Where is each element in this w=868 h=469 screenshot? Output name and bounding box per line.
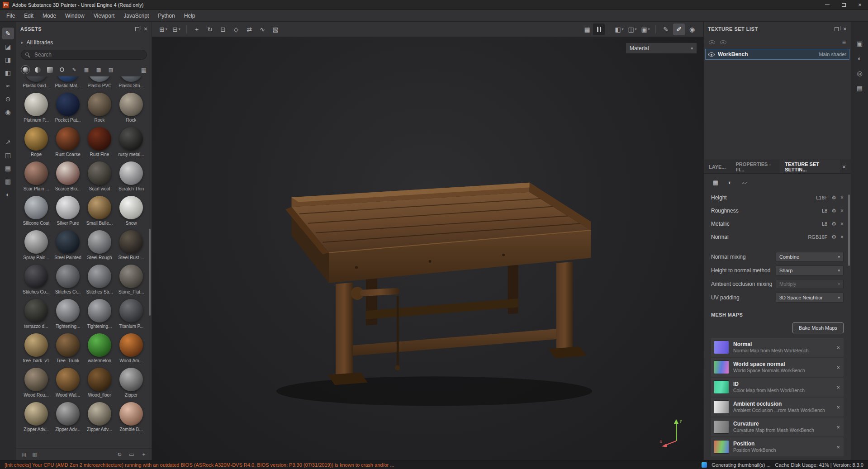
mesh-map-row[interactable]: World space normal World Space Normals W… (711, 358, 844, 377)
menu-item[interactable]: Mode (38, 10, 61, 21)
viewport-layout-icon[interactable]: ⊞ ▾ (157, 24, 169, 35)
channel-settings-gear-icon[interactable]: ⚙ (831, 195, 836, 200)
asset-item[interactable]: Rope (20, 124, 52, 159)
asset-item[interactable]: Small Bulle... (84, 193, 115, 227)
channels-icon[interactable]: ▦ (711, 178, 720, 187)
settings-scrollbar[interactable] (848, 194, 850, 266)
setting-dropdown[interactable]: Combine ▾ (776, 252, 844, 262)
menu-item[interactable]: Window (61, 10, 89, 21)
asset-item[interactable]: Wood Am... (115, 331, 147, 365)
asset-item[interactable]: Zipper (115, 365, 147, 399)
view-material-icon[interactable]: ◫ ▾ (626, 24, 638, 35)
asset-item[interactable]: tree_bark_v1 (20, 331, 52, 365)
search-input[interactable] (33, 51, 142, 58)
close-panel-icon[interactable]: × (144, 26, 147, 32)
shader-mode-dropdown[interactable]: Material ▾ (626, 43, 697, 54)
asset-item[interactable]: Steel Rough (84, 227, 115, 262)
asset-item[interactable]: Rust Fine (84, 124, 115, 159)
list-view-icon[interactable]: ▤ (20, 451, 28, 458)
shader-settings-icon[interactable]: ◐ (854, 53, 865, 64)
grid-view-icon[interactable]: ▦ (141, 66, 147, 73)
mesh-map-remove-icon[interactable]: × (836, 384, 840, 391)
close-tab-icon[interactable]: × (840, 163, 848, 171)
view-render-icon[interactable]: ▣ ▾ (640, 24, 651, 35)
move-icon[interactable]: + ▾ (191, 24, 203, 35)
community-assets-icon[interactable]: ◫ (2, 149, 14, 161)
asset-item[interactable]: Zipper Adv... (52, 399, 84, 434)
minimize-button[interactable] (819, 0, 835, 9)
menu-item[interactable]: JavaScript (119, 10, 153, 21)
textures-icon[interactable]: ▤ (2, 162, 14, 174)
asset-item[interactable]: Zipper Adv... (20, 399, 52, 434)
display-settings-icon[interactable]: ▣ (854, 38, 865, 49)
asset-item[interactable]: Tightening... (84, 296, 115, 331)
close-panel-icon[interactable]: × (843, 26, 847, 32)
asset-item[interactable]: watermelon (84, 331, 115, 365)
undock-panel-icon[interactable] (835, 27, 839, 31)
mesh-map-row[interactable]: Position Position WorkBench × (711, 437, 844, 456)
add-asset-icon[interactable]: + (140, 451, 147, 458)
texture-set-row[interactable]: WorkBench Main shader (705, 49, 849, 60)
asset-item[interactable]: Scar Plain ... (20, 159, 52, 193)
rotate-icon[interactable]: ↻ ▾ (204, 24, 216, 35)
menu-item[interactable]: Python (153, 10, 179, 21)
channel-remove-icon[interactable]: × (840, 208, 844, 213)
filter-smart-masks-icon[interactable] (46, 66, 54, 74)
asset-item[interactable]: Scarce Blo... (52, 159, 84, 193)
texture-set-menu-icon[interactable]: ≡ (842, 38, 846, 46)
asset-item[interactable]: Pocket Pat... (52, 90, 84, 124)
filter-textures-icon[interactable]: ▩ (95, 66, 103, 74)
setting-dropdown[interactable]: Multiply ▾ (776, 279, 844, 289)
mesh-map-remove-icon[interactable]: × (836, 444, 840, 450)
asset-item[interactable]: Plastic Mat... (52, 76, 84, 90)
asset-item[interactable]: Snow (115, 193, 147, 227)
asset-item[interactable]: Wood_floor (84, 365, 115, 399)
clone-tool-icon[interactable]: ⊙ (2, 93, 14, 105)
asset-item[interactable]: terrazzo d... (20, 296, 52, 331)
camera-settings-icon[interactable]: ◎ (854, 68, 865, 79)
camera-perspective-icon[interactable]: ▦ (581, 24, 593, 35)
panel-tab[interactable]: PROPERTIES - FI... (731, 160, 780, 173)
material-picker-tool-icon[interactable]: ◉ (2, 106, 14, 118)
asset-item[interactable]: Tree_Trunk (52, 331, 84, 365)
channel-remove-icon[interactable]: × (840, 221, 844, 227)
refresh-assets-icon[interactable]: ↻ (116, 451, 123, 458)
texture-set-visibility-icon[interactable] (708, 52, 715, 57)
scale-icon[interactable]: ⊡ ▾ (217, 24, 229, 35)
toggle-all-visibility-icon[interactable] (709, 40, 715, 44)
asset-item[interactable]: Silicone Coat (20, 193, 52, 227)
mesh-map-remove-icon[interactable]: × (836, 364, 840, 371)
library-selector[interactable]: ▸ All libraries (16, 36, 152, 49)
filter-materials-icon[interactable] (21, 66, 29, 74)
menu-item[interactable]: Edit (19, 10, 38, 21)
close-button[interactable]: × (852, 0, 868, 9)
menu-item[interactable]: Help (180, 10, 200, 21)
mesh-map-row[interactable]: ID Color Map from Mesh WorkBench × (711, 378, 844, 397)
mesh-map-remove-icon[interactable]: × (836, 344, 840, 351)
channel-settings-gear-icon[interactable]: ⚙ (831, 234, 836, 240)
panel-tab[interactable]: LAYE... (704, 160, 731, 173)
asset-item[interactable]: Scratch Thin (115, 159, 147, 193)
navigation-gizmo[interactable]: y x (659, 416, 692, 448)
frame-view-icon[interactable]: ▭ (128, 451, 135, 458)
mesh-map-remove-icon[interactable]: × (836, 424, 840, 431)
pen-icon[interactable]: ✎ ▾ (660, 24, 672, 35)
asset-item[interactable]: Stitches Str... (84, 262, 115, 296)
log-icon[interactable]: ▤ (854, 83, 865, 94)
asset-item[interactable]: Plastic PVC (84, 76, 115, 90)
asset-item[interactable]: rusty metal... (115, 124, 147, 159)
asset-item[interactable]: Steel Rust ... (115, 227, 147, 262)
asset-item[interactable]: Spray Pain... (20, 227, 52, 262)
geometry-mask-icon[interactable]: ◇ ▾ (230, 24, 242, 35)
view-solo-icon[interactable]: ◧ ▾ (613, 24, 625, 35)
mesh-map-row[interactable]: Normal Normal Map from Mesh WorkBench × (711, 338, 844, 357)
capture-icon[interactable]: ◉ ▾ (686, 24, 698, 35)
paint-tool-icon[interactable]: ✎ (2, 28, 14, 39)
menu-item[interactable]: File (2, 10, 19, 21)
lazy-mouse-icon[interactable]: ∿ ▾ (256, 24, 268, 35)
setting-dropdown[interactable]: Sharp ▾ (776, 265, 844, 275)
projection-tool-icon[interactable]: ◨ (2, 54, 14, 66)
asset-item[interactable]: Rust Coarse (52, 124, 84, 159)
asset-item[interactable]: Wood Rou... (20, 365, 52, 399)
asset-item[interactable]: Stitches Cr... (52, 262, 84, 296)
